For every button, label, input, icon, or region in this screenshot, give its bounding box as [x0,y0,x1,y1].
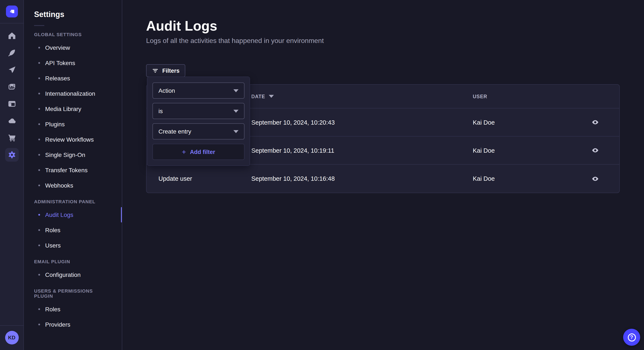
subnav-item-label: Plugins [45,121,65,128]
table-header-date[interactable]: DATE [251,94,473,99]
subnav-item-label: API Tokens [45,59,75,66]
date-header-label: DATE [251,94,265,99]
bullet-icon [38,229,40,231]
app-window: KD Settings GLOBAL SETTINGSOverviewAPI T… [0,0,644,350]
subnav-item-overview[interactable]: Overview [24,40,122,55]
subnav-sections: GLOBAL SETTINGSOverviewAPI TokensRelease… [24,32,122,332]
cell-user: Kai Doe [473,119,571,126]
cloud-icon[interactable] [5,114,18,128]
subnav-item-plugins[interactable]: Plugins [24,117,122,132]
subnav-item-users[interactable]: Users [24,238,122,253]
filter-value-value: Create entry [158,128,191,135]
table-row[interactable]: Update userSeptember 10, 2024, 10:16:48K… [146,165,619,193]
sort-desc-icon [269,95,274,98]
subnav-item-label: Releases [45,75,70,82]
subnav-item-single-sign-on[interactable]: Single Sign-On [24,147,122,163]
subnav-item-releases[interactable]: Releases [24,71,122,86]
media-library-icon[interactable] [5,80,18,94]
subnav-item-review-workflows[interactable]: Review Workflows [24,132,122,147]
bullet-icon [38,47,40,48]
cell-date: September 10, 2024, 10:19:11 [251,147,473,154]
cell-user: Kai Doe [473,147,571,154]
filter-value-select[interactable]: Create entry [152,123,244,140]
filters-button[interactable]: Filters [146,64,185,77]
bullet-icon [38,169,40,171]
help-icon: ? [628,333,636,341]
subnav-item-label: Single Sign-On [45,151,85,158]
subnav-item-transfer-tokens[interactable]: Transfer Tokens [24,163,122,178]
subnav-item-configuration[interactable]: Configuration [24,267,122,282]
bullet-icon [38,93,40,94]
filter-field-value: Action [158,87,175,94]
page-subtitle: Logs of all the activities that happened… [146,37,644,45]
main-content: Audit Logs Logs of all the activities th… [122,0,644,350]
subnav-item-roles[interactable]: Roles [24,222,122,238]
subnav-title-rule [34,25,44,26]
help-button[interactable]: ? [623,329,640,346]
subnav-item-audit-logs[interactable]: Audit Logs [24,207,122,222]
cell-date: September 10, 2024, 10:20:43 [251,119,473,126]
filters-button-label: Filters [162,67,180,74]
view-details-button[interactable] [589,173,601,184]
bullet-icon [38,324,40,325]
bullet-icon [38,108,40,110]
subnav-item-api-tokens[interactable]: API Tokens [24,55,122,71]
subnav-item-label: Providers [45,321,70,328]
view-details-button[interactable] [589,116,601,128]
home-icon[interactable] [5,29,18,42]
subnav-item-webhooks[interactable]: Webhooks [24,178,122,193]
filter-field-select[interactable]: Action [152,82,244,99]
bullet-icon [38,62,40,64]
bullet-icon [38,214,40,216]
send-icon[interactable] [5,63,18,77]
eye-icon [592,147,599,154]
strapi-logo[interactable] [6,5,18,17]
page-title: Audit Logs [146,18,644,34]
subnav-section-label: GLOBAL SETTINGS [34,32,112,37]
bullet-icon [38,245,40,246]
filter-icon [152,67,159,74]
subnav-title: Settings [34,10,112,19]
subnav-section-label: ADMINISTRATION PANEL [34,199,112,204]
table-header-user: USER [473,94,571,99]
subnav-section-label: USERS & PERMISSIONS PLUGIN [34,288,112,299]
add-filter-label: Add filter [190,149,215,155]
eye-icon [592,175,599,182]
subnav-item-media-library[interactable]: Media Library [24,101,122,117]
nav-rail: KD [0,0,24,350]
cell-date: September 10, 2024, 10:16:48 [251,175,473,182]
rail-bottom: KD [0,325,24,350]
subnav-item-roles[interactable]: Roles [24,302,122,317]
cell-user: Kai Doe [473,175,571,182]
subnav-item-providers[interactable]: Providers [24,317,122,332]
subnav-item-internationalization[interactable]: Internationalization [24,86,122,101]
subnav-section-label: EMAIL PLUGIN [34,259,112,264]
add-filter-button[interactable]: + Add filter [152,144,244,160]
subnav-item-label: Audit Logs [45,211,73,218]
layout-icon[interactable] [5,97,18,111]
bullet-icon [38,274,40,276]
subnav-item-label: Overview [45,44,70,51]
settings-gear-icon[interactable] [5,148,18,162]
subnav-item-label: Webhooks [45,182,73,189]
filter-operator-select[interactable]: is [152,103,244,119]
cell-view [571,173,619,184]
chevron-down-icon [234,130,238,133]
subnav-item-label: Media Library [45,105,81,112]
bullet-icon [38,123,40,125]
subnav-item-label: Users [45,242,61,249]
view-details-button[interactable] [589,144,601,156]
user-avatar[interactable]: KD [5,331,18,345]
cell-action: Update user [146,175,251,182]
cell-view [571,144,619,156]
filter-operator-value: is [158,108,163,114]
cell-view [571,116,619,128]
subnav-item-label: Configuration [45,271,81,278]
subnav-item-label: Roles [45,306,60,313]
subnav-item-label: Review Workflows [45,136,94,143]
bullet-icon [38,184,40,186]
user-header-label: USER [473,94,487,99]
feather-icon[interactable] [5,46,18,59]
bullet-icon [38,139,40,140]
marketplace-cart-icon[interactable] [5,131,18,145]
